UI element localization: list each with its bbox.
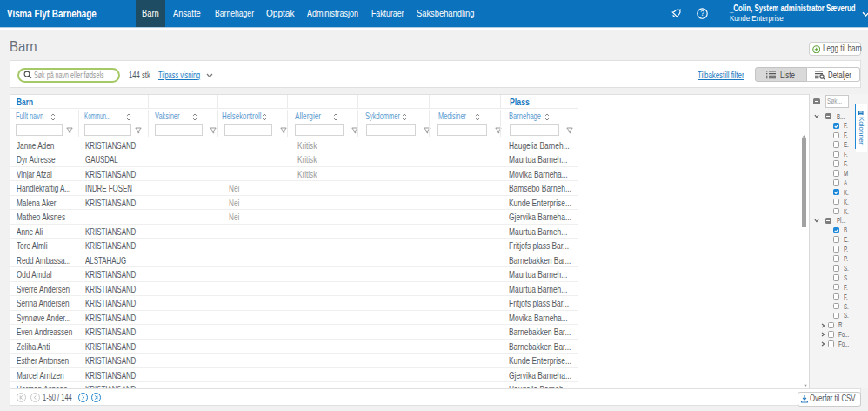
svg-text:?: ?: [700, 9, 704, 17]
